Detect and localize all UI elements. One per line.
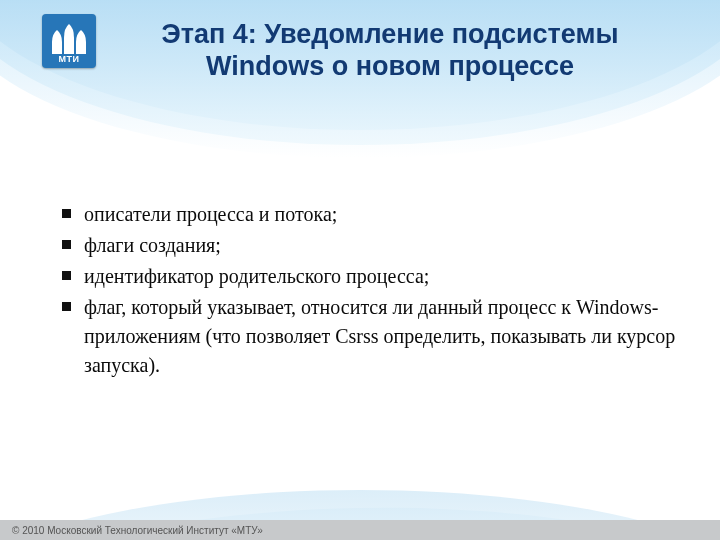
bullet-text: описатели процесса и потока; [84,203,337,225]
slide-title: Этап 4: Уведомление подсистемы Windows о… [120,18,660,83]
copyright-text: © 2010 Московский Технологический Инстит… [12,525,263,536]
slide: МТИ Этап 4: Уведомление подсистемы Windo… [0,0,720,540]
list-item: идентификатор родительского процесса; [62,262,680,291]
bullet-text: флаги создания; [84,234,221,256]
bullet-text: флаг, который указывает, относится ли да… [84,296,675,376]
title-area: Этап 4: Уведомление подсистемы Windows о… [0,8,720,83]
list-item: флаги создания; [62,231,680,260]
bullet-list: описатели процесса и потока; флаги созда… [62,200,680,380]
footer-bar: © 2010 Московский Технологический Инстит… [0,520,720,540]
slide-content: описатели процесса и потока; флаги созда… [62,200,680,382]
list-item: описатели процесса и потока; [62,200,680,229]
list-item: флаг, который указывает, относится ли да… [62,293,680,380]
bullet-text: идентификатор родительского процесса; [84,265,429,287]
